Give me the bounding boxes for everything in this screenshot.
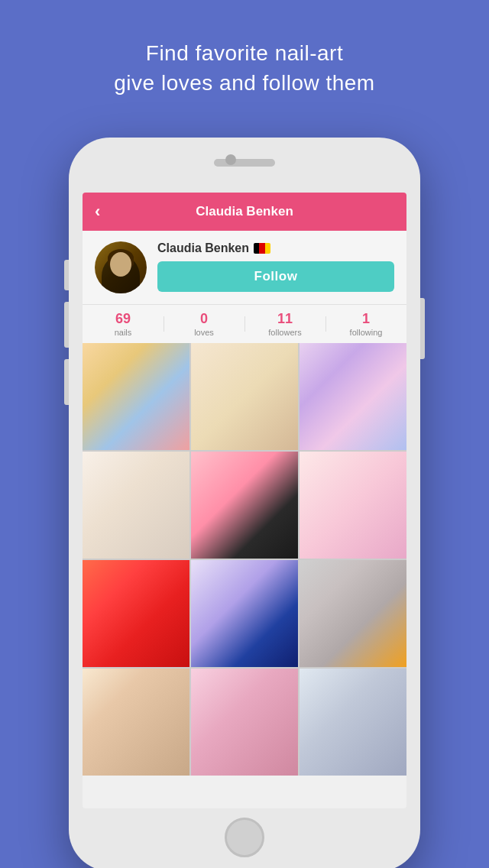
phone-power-button xyxy=(420,298,425,359)
stat-followers: 11 followers xyxy=(244,311,325,337)
profile-section: Claudia Benken Follow xyxy=(83,231,406,304)
grid-item-7[interactable] xyxy=(83,560,189,667)
grid-item-3[interactable] xyxy=(300,343,406,450)
grid-item-12[interactable] xyxy=(300,669,406,776)
profile-name-text: Claudia Benken xyxy=(157,241,249,255)
phone-mockup: ‹ Claudia Benken Claudia Benken xyxy=(69,138,420,868)
headline-line2: give loves and follow them xyxy=(114,71,374,95)
phone-screen: ‹ Claudia Benken Claudia Benken xyxy=(83,193,406,808)
grid-item-9[interactable] xyxy=(300,560,406,667)
grid-item-5[interactable] xyxy=(191,452,298,559)
followers-label: followers xyxy=(244,328,325,337)
nail-art-grid xyxy=(83,343,406,776)
avatar-container xyxy=(95,241,147,293)
stats-row: 69 nails 0 loves 11 followers 1 followin… xyxy=(83,304,406,343)
following-count: 1 xyxy=(325,311,406,328)
grid-item-11[interactable] xyxy=(191,669,298,776)
avatar xyxy=(95,241,147,293)
profile-info: Claudia Benken Follow xyxy=(157,241,394,292)
app-header: ‹ Claudia Benken xyxy=(83,193,406,231)
phone-speaker xyxy=(214,159,275,167)
back-button[interactable]: ‹ xyxy=(95,203,100,220)
phone-volume-up-button xyxy=(64,302,69,348)
grid-item-6[interactable] xyxy=(300,452,406,559)
country-flag xyxy=(254,243,270,254)
follow-button[interactable]: Follow xyxy=(157,261,394,292)
grid-item-2[interactable] xyxy=(191,343,298,450)
phone-camera xyxy=(225,154,236,165)
grid-item-8[interactable] xyxy=(191,560,298,667)
stat-nails: 69 nails xyxy=(83,311,164,337)
headline-line1: Find favorite nail-art xyxy=(146,41,343,65)
stat-following: 1 following xyxy=(325,311,406,337)
loves-count: 0 xyxy=(164,311,244,328)
avatar-head xyxy=(110,252,131,277)
following-label: following xyxy=(325,328,406,337)
followers-count: 11 xyxy=(244,311,325,328)
app-headline: Find favorite nail-art give loves and fo… xyxy=(0,0,489,98)
phone-volume-down-button xyxy=(64,359,69,405)
profile-name: Claudia Benken xyxy=(157,241,394,255)
grid-item-4[interactable] xyxy=(83,452,189,559)
grid-item-10[interactable] xyxy=(83,669,189,776)
phone-mute-button xyxy=(64,260,69,290)
grid-item-1[interactable] xyxy=(83,343,189,450)
loves-label: loves xyxy=(164,328,244,337)
phone-home-button[interactable] xyxy=(225,818,264,857)
nails-count: 69 xyxy=(83,311,164,328)
nails-label: nails xyxy=(83,328,164,337)
stat-loves: 0 loves xyxy=(164,311,244,337)
header-title: Claudia Benken xyxy=(196,204,293,219)
phone-body: ‹ Claudia Benken Claudia Benken xyxy=(69,138,420,868)
